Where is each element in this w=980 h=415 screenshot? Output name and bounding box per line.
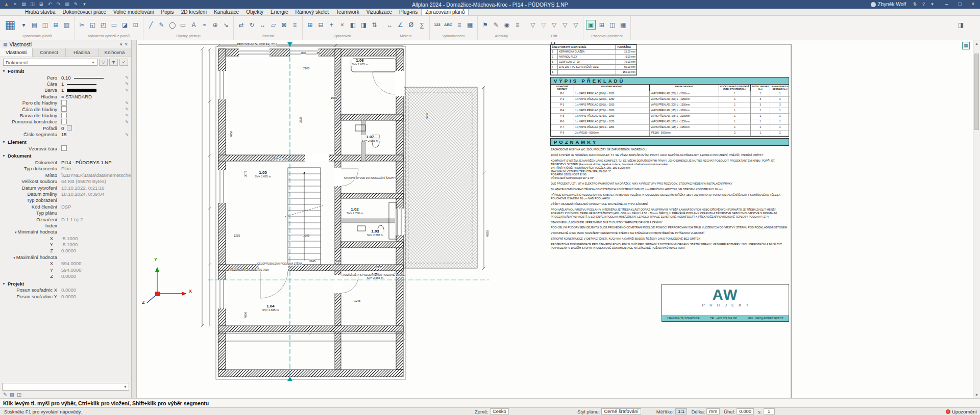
report-table-icon[interactable]: ▦ (465, 20, 475, 30)
workspace-reset-icon[interactable]: ▦ (618, 20, 628, 30)
print-icon[interactable]: ▥ (63, 1, 71, 8)
app-menu-icon[interactable]: ≡ (11, 1, 19, 8)
close-button[interactable]: × (968, 1, 978, 8)
viewport-layout-icon[interactable]: ▦ (962, 42, 970, 49)
leader-tool-icon[interactable]: ↘ (221, 20, 231, 30)
property-row[interactable]: Velikost souboru64 KB (65870 Bytes) (0, 178, 131, 184)
report-numbers-icon[interactable]: 123 (432, 20, 442, 30)
property-row[interactable]: Datum změny18.10.2024, 8:39:04 (0, 191, 131, 197)
filter-layer-icon[interactable]: ▽ (560, 20, 570, 30)
rotate-icon[interactable]: ↻ (247, 20, 257, 30)
plan-pages-icon[interactable]: ◫ (40, 20, 50, 30)
menu-item[interactable]: Vizualizace (363, 9, 396, 15)
clipboard-icon[interactable]: ▤ (10, 392, 14, 397)
menu-item[interactable]: Teamwork (332, 9, 363, 15)
report-text-icon[interactable]: ABC (443, 20, 453, 30)
workspace-select-icon[interactable]: ▣ (586, 20, 596, 30)
property-row[interactable]: Y-5.1000 (0, 241, 131, 247)
status-plan-style[interactable]: Styl plánu:Černé šrafování (577, 408, 641, 414)
tab-hladina[interactable]: Hladina (66, 48, 99, 57)
vertical-scrollbar[interactable]: ▲ ▼ (973, 40, 980, 398)
point-tool-icon[interactable]: ⊕ (210, 20, 220, 30)
help-icon[interactable]: ? (920, 1, 927, 8)
property-row[interactable]: OznačeníD.1.1.b)-2 (0, 216, 131, 222)
user-chip[interactable]: Zbyněk Wolf (871, 2, 906, 7)
filter-color-icon[interactable]: ▽ (549, 20, 559, 30)
measure-length-icon[interactable]: ↔ (385, 20, 395, 30)
plot-export-icon[interactable]: ▥ (62, 20, 71, 30)
measure-sum-icon[interactable]: ∑ (417, 20, 427, 30)
erase-element-icon[interactable]: × (337, 20, 347, 30)
property-row[interactable]: Pero dle hladiny (0, 100, 131, 106)
menu-item[interactable]: Rámový skelet (292, 9, 333, 15)
allplan-logo-icon[interactable]: ▲ (3, 1, 10, 8)
order-icon[interactable]: ⇅ (370, 20, 379, 30)
new-document-icon[interactable]: ▤ (20, 1, 28, 8)
tab-connect[interactable]: Connect (33, 48, 65, 57)
property-row[interactable]: Posun souřadnic X0.0000 (0, 287, 131, 293)
property-row[interactable]: Typ plánu (0, 210, 131, 216)
rectangle-tool-icon[interactable]: ▭ (178, 20, 188, 30)
filter-element-icon[interactable]: ▽ (571, 20, 580, 30)
property-row[interactable]: Pořadí0 (0, 125, 131, 131)
property-row[interactable]: Typ dokumentuPlán (0, 166, 131, 172)
print-plans-icon[interactable]: ▤ (30, 20, 39, 30)
subtract-icon[interactable]: ⊟ (316, 20, 326, 30)
report-list-icon[interactable]: ≡ (454, 20, 464, 30)
quick-select-input[interactable]: ▼ (2, 383, 129, 391)
save-icon[interactable]: ⊞ (37, 1, 45, 8)
property-row[interactable]: X-5.1000 (0, 235, 131, 241)
text-tool-icon[interactable]: A (189, 20, 199, 30)
property-row[interactable]: Index (0, 222, 131, 228)
union-icon[interactable]: ⊞ (305, 20, 315, 30)
property-row[interactable]: Maximální hodnota (0, 254, 131, 260)
section-header-projekt[interactable]: ▼ Projekt (0, 279, 131, 287)
panel-close-icon[interactable]: ✕ (124, 42, 128, 47)
menu-item[interactable]: Zpracování plánů (421, 9, 469, 15)
property-row[interactable]: Z0.0000 (0, 248, 131, 254)
property-row[interactable]: Barva1 (0, 87, 131, 93)
move-icon[interactable]: ↔ (258, 20, 267, 30)
crop-top-icon[interactable]: ◰ (99, 20, 108, 30)
property-row[interactable]: Barva dle hladiny (0, 112, 131, 118)
panel-menu-icon[interactable]: ▾ (120, 42, 122, 47)
property-row[interactable]: Kód členěníDSP (0, 203, 131, 210)
undo-icon[interactable]: ↶ (46, 1, 54, 8)
property-row[interactable]: Číslo segmentu15 (0, 132, 131, 138)
measure-diameter-icon[interactable]: Ø (406, 20, 416, 30)
menu-item[interactable]: Hrubá stavba (21, 9, 59, 15)
attribute-target-icon[interactable]: ◉ (502, 20, 511, 30)
tab-vlastnosti[interactable]: Vlastnosti (0, 48, 33, 57)
property-row[interactable]: Minimální hodnota (0, 229, 131, 235)
add-element-icon[interactable]: + (327, 20, 336, 30)
workspace-grid-icon[interactable]: ⊞ (597, 20, 606, 30)
status-segment[interactable]: s:1 (758, 408, 774, 414)
skew-icon[interactable]: ▱ (268, 20, 278, 30)
sync-icon[interactable]: ⇅ (911, 1, 919, 8)
attribute-flag-icon[interactable]: ⚑ (480, 20, 490, 30)
property-row[interactable]: DokumentPI14 - PŮDORYS 1.NP (0, 159, 131, 165)
detail-window-icon[interactable]: ⊡ (131, 20, 140, 30)
pick-element-icon[interactable]: ✎ (3, 392, 7, 397)
filter-assign-icon[interactable]: ▼ (109, 59, 118, 66)
status-scale[interactable]: Měřítko:1:1 (656, 408, 688, 414)
status-warning[interactable]: ! Upozornění (946, 409, 977, 414)
ribbon-options-icon[interactable]: ◨ (956, 20, 966, 30)
menu-item[interactable]: Energie (267, 9, 291, 15)
property-row[interactable]: Y594.0000 (0, 267, 131, 273)
property-row[interactable]: Čára dle hladiny (0, 106, 131, 112)
plan-frame-icon[interactable]: ⊞ (51, 20, 61, 30)
circle-tool-icon[interactable]: ◯ (167, 20, 177, 30)
panel-splitter[interactable]: ⋮ (132, 40, 137, 398)
swap-icon[interactable]: ⇄ (236, 20, 246, 30)
property-row[interactable]: Vzorová čára (0, 145, 131, 151)
property-row[interactable]: Posun souřadnic Y0.0000 (0, 293, 131, 299)
filter-funnel-icon[interactable]: ▽ (99, 59, 108, 66)
delete-icon[interactable]: ⊠ (279, 20, 289, 30)
maximize-button[interactable]: □ (954, 1, 965, 8)
palette-settings-icon[interactable]: ◫ (17, 392, 21, 397)
attribute-edit-icon[interactable]: ✎ (491, 20, 501, 30)
scroll-up-icon[interactable]: ▲ (973, 40, 980, 47)
options-icon[interactable]: ▾ (928, 1, 936, 8)
plan-window-icon[interactable]: ▦ (3, 17, 18, 33)
